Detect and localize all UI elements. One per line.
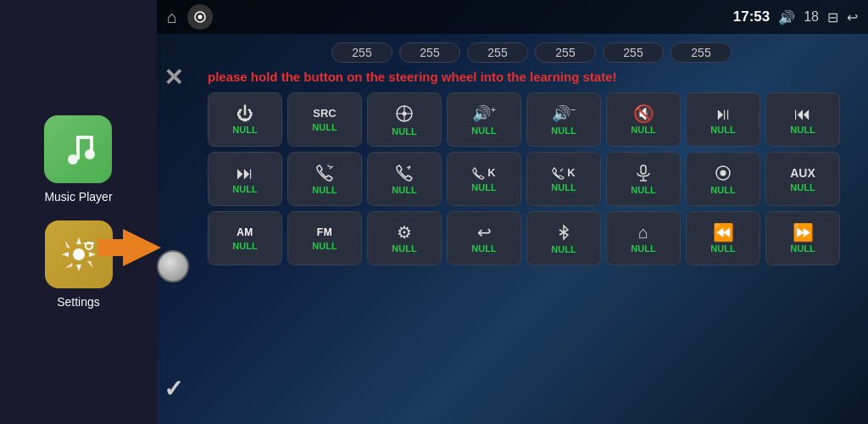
value-pill-3: 255 [535, 42, 596, 63]
fm-label: FM [317, 226, 332, 238]
nav-circle-icon[interactable] [187, 4, 213, 30]
next-icon: ⏭ [236, 165, 253, 181]
vol-down-icon: 🔊− [552, 104, 576, 123]
power-null: NULL [232, 125, 257, 135]
am-null: NULL [232, 241, 257, 251]
hangup-k-button[interactable]: K NULL [526, 152, 601, 206]
src-icon: SRC [313, 107, 336, 120]
svg-point-19 [721, 170, 726, 176]
gps-icon [394, 103, 415, 124]
gps-null: NULL [392, 126, 416, 137]
value-pill-1: 255 [399, 42, 460, 63]
next-null: NULL [232, 184, 257, 194]
am-label: AM [236, 226, 253, 238]
value-pill-5: 255 [670, 42, 732, 63]
back-btn-icon: ↩ [477, 224, 492, 241]
back-icon[interactable]: ↩ [847, 9, 858, 25]
sidebar-item-settings[interactable]: Settings [45, 220, 113, 309]
phone-null: NULL [312, 185, 337, 195]
home-button[interactable]: ⌂ NULL [606, 211, 681, 265]
svg-point-5 [73, 248, 85, 260]
vol-up-null: NULL [471, 126, 496, 136]
svg-rect-15 [641, 165, 646, 174]
record-null: NULL [710, 185, 735, 195]
main-panel: ⌂ 17:53 🔊 18 ⊟ ↩ ✕ ✓ 255 255 255 255 [157, 0, 868, 424]
home-null: NULL [631, 243, 655, 254]
bluetooth-button[interactable]: NULL [526, 211, 601, 265]
bluetooth-null: NULL [551, 244, 576, 254]
power-button[interactable]: ⏻ NULL [208, 92, 282, 147]
next-button[interactable]: ⏭ NULL [208, 152, 282, 206]
svg-point-9 [198, 15, 203, 20]
mute-null: NULL [631, 125, 655, 135]
vol-up-button[interactable]: 🔊+ NULL [447, 92, 521, 147]
vol-down-null: NULL [551, 126, 576, 136]
value-pill-0: 255 [331, 42, 392, 63]
hangup-k-null: NULL [551, 182, 576, 192]
control-panel: 255 255 255 255 255 255 please hold the … [157, 34, 868, 424]
home-btn-icon: ⌂ [638, 224, 648, 241]
settings-null: NULL [392, 243, 416, 254]
aux-icon: AUX [790, 166, 815, 180]
mute-icon: 🔇 [633, 105, 654, 122]
rewind-button[interactable]: ⏪ NULL [686, 211, 760, 265]
svg-point-13 [403, 111, 407, 115]
power-icon: ⏻ [236, 105, 253, 122]
rewind-null: NULL [710, 243, 735, 254]
back-phone-icon [395, 164, 414, 182]
microphone-icon [634, 164, 653, 182]
am-button[interactable]: AM NULL [208, 211, 282, 265]
phone-icon [315, 164, 334, 182]
home-nav-icon[interactable]: ⌂ [167, 8, 177, 27]
aux-null: NULL [790, 182, 815, 192]
button-row-3: AM NULL FM NULL ⚙ NULL ↩ NULL [208, 211, 855, 265]
fm-button[interactable]: FM NULL [287, 211, 362, 265]
top-bar: ⌂ 17:53 🔊 18 ⊟ ↩ [157, 0, 868, 34]
value-pill-4: 255 [603, 42, 664, 63]
ff-null: NULL [790, 243, 815, 254]
back-null: NULL [471, 243, 496, 254]
play-pause-null: NULL [710, 125, 735, 135]
svg-rect-2 [76, 136, 80, 159]
settings-label: Settings [57, 295, 100, 309]
gps-button[interactable]: NULL [367, 92, 442, 147]
record-button[interactable]: NULL [686, 152, 760, 206]
button-row-1: ⏻ NULL SRC NULL NULL 🔊+ NU [208, 92, 855, 147]
top-bar-nav: ⌂ [167, 4, 213, 30]
value-row: 255 255 255 255 255 255 [208, 42, 855, 63]
back-phone-null: NULL [392, 185, 416, 195]
volume-icon: 🔊 [778, 9, 795, 25]
play-pause-button[interactable]: ⏯ NULL [686, 92, 760, 147]
back-phone-button[interactable]: NULL [367, 152, 442, 206]
knob-control[interactable] [157, 250, 189, 282]
volume-level: 18 [804, 9, 819, 25]
time-display: 17:53 [733, 8, 770, 25]
mic-null: NULL [631, 185, 655, 195]
hangup-k-icon: K [552, 166, 575, 180]
fm-null: NULL [312, 241, 337, 251]
vol-down-button[interactable]: 🔊− NULL [526, 92, 601, 147]
back-button[interactable]: ↩ NULL [447, 211, 521, 265]
sidebar: Music Player Settings [0, 0, 157, 424]
button-row-2: ⏭ NULL NULL NULL [208, 152, 855, 206]
src-button[interactable]: SRC NULL [287, 92, 362, 147]
fast-forward-button[interactable]: ⏩ NULL [765, 211, 840, 265]
settings-button[interactable]: ⚙ NULL [367, 211, 442, 265]
play-pause-icon: ⏯ [715, 105, 732, 122]
bluetooth-icon [554, 223, 573, 242]
microphone-button[interactable]: NULL [606, 152, 681, 206]
arrow-indicator [123, 229, 161, 266]
record-icon [714, 164, 732, 182]
screen-icon: ⊟ [827, 9, 838, 25]
mute-button[interactable]: 🔇 NULL [606, 92, 681, 147]
phone-button[interactable]: NULL [287, 152, 362, 206]
answer-k-button[interactable]: K NULL [447, 152, 521, 206]
aux-button[interactable]: AUX NULL [765, 152, 840, 206]
prev-button[interactable]: ⏮ NULL [765, 92, 840, 147]
top-bar-status: 17:53 🔊 18 ⊟ ↩ [733, 8, 858, 25]
music-player-icon [44, 115, 112, 183]
sidebar-item-music-player[interactable]: Music Player [44, 115, 112, 204]
instruction-row: please hold the button on the steering w… [208, 70, 855, 84]
prev-null: NULL [790, 125, 815, 135]
settings-btn-icon: ⚙ [397, 224, 412, 241]
